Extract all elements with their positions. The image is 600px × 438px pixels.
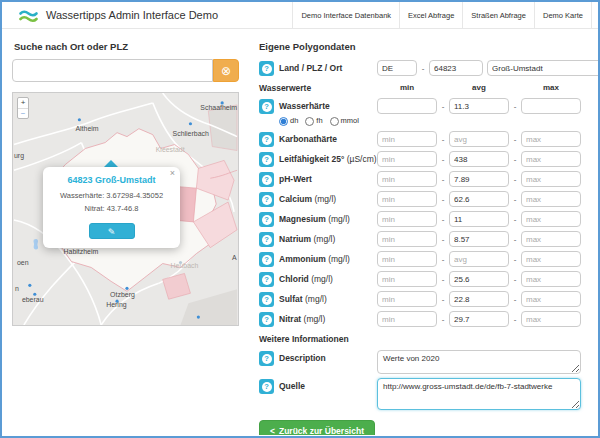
min-input[interactable] bbox=[377, 231, 437, 247]
min-input[interactable] bbox=[377, 311, 437, 327]
help-icon[interactable]: ? bbox=[259, 292, 274, 307]
svg-text:Habitzheim: Habitzheim bbox=[64, 248, 99, 255]
help-icon[interactable]: ? bbox=[259, 212, 274, 227]
avg-input[interactable] bbox=[449, 171, 509, 187]
help-icon[interactable]: ? bbox=[259, 132, 274, 147]
pencil-icon: ✎ bbox=[108, 227, 116, 237]
dash-separator: - bbox=[509, 295, 521, 304]
avg-input[interactable] bbox=[449, 131, 509, 147]
avg-input[interactable] bbox=[449, 211, 509, 227]
help-icon[interactable]: ? bbox=[259, 351, 274, 366]
min-input[interactable] bbox=[377, 271, 437, 287]
help-icon[interactable]: ? bbox=[259, 99, 274, 114]
max-input[interactable] bbox=[521, 131, 581, 147]
left-panel: Suche nach Ort oder PLZ ⊗ bbox=[12, 37, 239, 435]
map-canvas[interactable]: AltheimSchaafheimSchlierbachKleestadtHab… bbox=[12, 92, 239, 326]
radio-fh[interactable]: fh bbox=[305, 115, 322, 127]
min-input[interactable] bbox=[377, 131, 437, 147]
avg-input[interactable] bbox=[449, 98, 509, 114]
clear-search-button[interactable]: ⊗ bbox=[213, 59, 239, 82]
water-value-row: ? Sulfat (mg/l) - - bbox=[259, 291, 581, 307]
min-input[interactable] bbox=[377, 191, 437, 207]
col-avg: avg bbox=[449, 83, 509, 93]
svg-text:urg: urg bbox=[14, 152, 24, 160]
row-label: Magnesium bbox=[279, 214, 326, 224]
search-input[interactable] bbox=[12, 59, 213, 82]
nav-item[interactable]: Demo Interface Datenbank bbox=[292, 2, 399, 28]
radio-mmol[interactable]: mmol bbox=[330, 115, 359, 127]
row-label: Leitfähigkeit 25° bbox=[279, 154, 344, 164]
edit-polygon-button[interactable]: ✎ bbox=[89, 223, 135, 239]
dash-separator: - bbox=[509, 175, 521, 184]
description-textarea[interactable]: Werte von 2020 bbox=[377, 350, 581, 374]
plz-input[interactable] bbox=[429, 60, 483, 76]
quelle-textarea[interactable]: http://www.gross-umstadt.de/de/fb-7-stad… bbox=[377, 378, 581, 410]
water-value-row: ? Calcium (mg/l) - - bbox=[259, 191, 581, 207]
help-icon[interactable]: ? bbox=[259, 152, 274, 167]
max-input[interactable] bbox=[521, 151, 581, 167]
avg-input[interactable] bbox=[449, 291, 509, 307]
zoom-in-button[interactable]: + bbox=[18, 98, 28, 108]
svg-text:A: A bbox=[232, 254, 237, 261]
max-input[interactable] bbox=[521, 271, 581, 287]
help-icon[interactable]: ? bbox=[259, 232, 274, 247]
help-icon[interactable]: ? bbox=[259, 192, 274, 207]
water-value-row: ? Nitrat (mg/l) - - bbox=[259, 311, 581, 327]
avg-input[interactable] bbox=[449, 271, 509, 287]
brand[interactable]: Wassertipps Admin Interface Demo bbox=[2, 2, 218, 28]
ort-input[interactable] bbox=[487, 60, 598, 76]
max-input[interactable] bbox=[521, 211, 581, 227]
avg-input[interactable] bbox=[449, 231, 509, 247]
row-unit: (mg/l) bbox=[328, 214, 350, 224]
dash-separator: - bbox=[437, 135, 449, 144]
quelle-label: Quelle bbox=[279, 378, 377, 394]
circle-x-icon: ⊗ bbox=[221, 65, 231, 77]
avg-input[interactable] bbox=[449, 151, 509, 167]
min-input[interactable] bbox=[377, 251, 437, 267]
row-label: pH-Wert bbox=[279, 174, 312, 184]
max-input[interactable] bbox=[521, 98, 581, 114]
dash-separator: - bbox=[509, 215, 521, 224]
min-input[interactable] bbox=[377, 171, 437, 187]
water-value-row: ? pH-Wert - - bbox=[259, 171, 581, 187]
max-input[interactable] bbox=[521, 171, 581, 187]
nav-item[interactable]: Straßen Abfrage bbox=[462, 2, 534, 28]
help-icon[interactable]: ? bbox=[259, 312, 274, 327]
max-input[interactable] bbox=[521, 191, 581, 207]
nav-item[interactable]: Excel Abfrage bbox=[399, 2, 462, 28]
help-icon[interactable]: ? bbox=[259, 61, 274, 76]
avg-input[interactable] bbox=[449, 251, 509, 267]
min-input[interactable] bbox=[377, 151, 437, 167]
max-input[interactable] bbox=[521, 291, 581, 307]
max-input[interactable] bbox=[521, 311, 581, 327]
radio-dh[interactable]: dh bbox=[279, 115, 298, 127]
water-value-row: ? Ammonium (mg/l) - - bbox=[259, 251, 581, 267]
min-input[interactable] bbox=[377, 98, 437, 114]
max-input[interactable] bbox=[521, 251, 581, 267]
svg-text:Schlierbach: Schlierbach bbox=[173, 130, 209, 137]
min-input[interactable] bbox=[377, 291, 437, 307]
avg-input[interactable] bbox=[449, 191, 509, 207]
back-to-overview-button[interactable]: < Zurück zur Übersicht bbox=[259, 420, 375, 435]
app-header: Wassertipps Admin Interface Demo Demo In… bbox=[2, 2, 598, 29]
avg-input[interactable] bbox=[449, 311, 509, 327]
help-icon[interactable]: ? bbox=[259, 379, 274, 394]
dash-separator: - bbox=[437, 315, 449, 324]
dash-separator: - bbox=[437, 275, 449, 284]
nav-item[interactable]: Demo Karte bbox=[534, 2, 592, 28]
dash-separator: - bbox=[509, 315, 521, 324]
popup-close-icon[interactable]: × bbox=[170, 169, 175, 178]
row-unit: (mg/l) bbox=[328, 254, 350, 264]
min-input[interactable] bbox=[377, 211, 437, 227]
help-icon[interactable]: ? bbox=[259, 272, 274, 287]
row-label: Sulfat bbox=[279, 294, 303, 304]
help-icon[interactable]: ? bbox=[259, 252, 274, 267]
zoom-out-button[interactable]: − bbox=[18, 108, 28, 118]
header-nav: Demo Interface DatenbankExcel AbfrageStr… bbox=[292, 2, 592, 28]
svg-text:Altheim: Altheim bbox=[75, 125, 98, 132]
svg-text:Heubach: Heubach bbox=[171, 262, 199, 269]
app-title: Wassertipps Admin Interface Demo bbox=[46, 9, 218, 21]
country-input[interactable] bbox=[377, 60, 417, 76]
help-icon[interactable]: ? bbox=[259, 172, 274, 187]
max-input[interactable] bbox=[521, 231, 581, 247]
